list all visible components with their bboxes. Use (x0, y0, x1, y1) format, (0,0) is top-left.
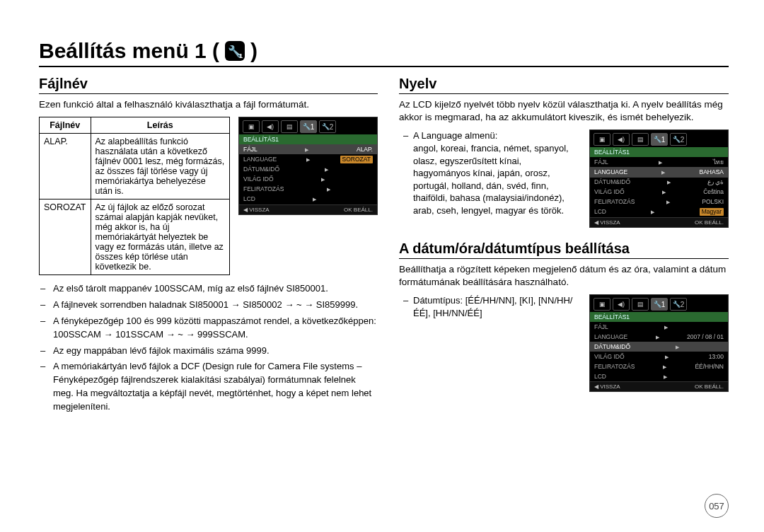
wrench-icon: ▤ (632, 133, 649, 146)
wrench-icon: ▤ (632, 298, 649, 311)
th-desc: Leírás (91, 117, 230, 134)
settings2-tab-icon: 🔧2 (319, 120, 336, 133)
section-filename: Fájlnév (39, 76, 378, 94)
language-intro: Az LCD kijelző nyelvét több nyelv közül … (399, 98, 729, 124)
lcd-back: ◀ VISSZA (594, 219, 620, 226)
lcd-header: BEÁLLÍTÁS1 (239, 134, 377, 144)
lcd-row: VILÁG IDŐ▶ (239, 174, 377, 184)
lcd-row: LANGUAGE▶SOROZAT (239, 154, 377, 164)
camera-icon: ▣ (594, 298, 610, 311)
lcd-row: DÁTUM&IDŐ▶ةي رع (590, 178, 728, 187)
title-text: Beállítás menü 1 ( (39, 39, 219, 63)
right-column: Nyelv Az LCD kijelző nyelvét több nyelv … (399, 73, 729, 417)
settings1-tab-icon: 🔧1 (651, 298, 668, 311)
list-item: Az egy mappában lévő fájlok maximális sz… (49, 345, 378, 358)
lcd-row: VILÁG IDŐ▶13:00 (590, 352, 728, 362)
page-title: Beállítás menü 1 ( 🔧1 ) (39, 39, 729, 67)
lcd-row: LANGUAGE▶BAHASA (590, 167, 728, 177)
lcd-row: LANGUAGE▶2007 / 08 / 01 (590, 332, 728, 342)
lcd-row: FÁJL▶ (590, 322, 728, 332)
lcd-back: ◀ VISSZA (594, 383, 620, 390)
lcd-row: DÁTUM&IDŐ▶ (590, 342, 728, 352)
settings2-tab-icon: 🔧2 (670, 298, 687, 311)
lcd-row: FELIRATOZÁS▶POLSKI (590, 197, 728, 207)
list-item: A fájlnevek sorrendben haladnak SI850001… (49, 299, 378, 312)
th-name: Fájlnév (40, 117, 91, 134)
lcd-tabs: ▣ ◀) ▤ 🔧1 🔧2 (590, 295, 728, 312)
wrench-icon: ▤ (281, 120, 298, 133)
table-row: ALAP. Az alapbeállítás funkció használat… (40, 134, 230, 200)
section-datetime: A dátum/óra/dátumtípus beállítása (399, 241, 729, 259)
lcd-ok: OK BEÁLL. (695, 383, 724, 390)
settings1-tab-icon: 🔧1 (300, 120, 317, 133)
lcd-row: LCD▶ (590, 371, 728, 381)
section-language: Nyelv (399, 76, 729, 94)
speaker-icon: ◀) (613, 298, 630, 311)
lcd-language: ▣ ◀) ▤ 🔧1 🔧2 BEÁLLÍTÁS1 FÁJL▶ไทย LANGUAG… (589, 129, 729, 227)
list-item: A memóriakártyán levő fájlok a DCF (Desi… (49, 360, 378, 413)
lcd-row: VILÁG IDŐ▶Čeština (590, 187, 728, 197)
lcd-filename: ▣ ◀) ▤ 🔧1 🔧2 BEÁLLÍTÁS1 FÁJL▶ALAP. LANGU… (238, 117, 378, 214)
lcd-row: FÁJL▶ALAP. (239, 144, 377, 154)
page-number: 057 (705, 494, 729, 518)
settings1-tab-icon: 🔧1 (651, 133, 668, 146)
speaker-icon: ◀) (613, 133, 630, 146)
filename-bullets: Az első tárolt mappanév 100SSCAM, míg az… (39, 282, 378, 414)
settings2-tab-icon: 🔧2 (670, 133, 687, 146)
speaker-icon: ◀) (262, 120, 279, 133)
lcd-datetime: ▣ ◀) ▤ 🔧1 🔧2 BEÁLLÍTÁS1 FÁJL▶ LANGUAGE▶2… (589, 294, 729, 392)
language-list: A Language almenü: angol, koreai, franci… (399, 129, 581, 216)
lcd-ok: OK BEÁLL. (344, 207, 373, 213)
settings1-icon: 🔧1 (225, 41, 245, 61)
lcd-tabs: ▣ ◀) ▤ 🔧1 🔧2 (590, 130, 728, 147)
table-row: SOROZAT Az új fájlok az előző sorozat sz… (40, 200, 230, 275)
submenu-head: A Language almenü: (413, 129, 581, 142)
camera-icon: ▣ (594, 133, 610, 146)
submenu-body: angol, koreai, francia, német, spanyol, … (413, 142, 581, 216)
list-item: A fényképezőgép 100 és 999 közötti mappa… (49, 315, 378, 342)
title-suffix: ) (250, 39, 257, 63)
lcd-tabs: ▣ ◀) ▤ 🔧1 🔧2 (239, 117, 377, 134)
lcd-header: BEÁLLÍTÁS1 (590, 312, 728, 322)
lcd-row: LCD▶Magyar (590, 207, 728, 217)
datetype-list: Dátumtípus: [ÉÉ/HH/NN], [KI], [NN/HH/ÉÉ]… (399, 294, 581, 319)
datetime-intro: Beállíthatja a rögzített képeken megjele… (399, 263, 729, 289)
lcd-row: FELIRATOZÁS▶ÉÉ/HH/NN (590, 362, 728, 371)
lcd-row: FELIRATOZÁS▶ (239, 184, 377, 194)
lcd-row: DÁTUM&IDŐ▶ (239, 164, 377, 174)
left-column: Fájlnév Ezen funkció által a felhasználó… (39, 73, 378, 417)
filename-intro: Ezen funkció által a felhasználó kiválas… (39, 98, 378, 111)
filename-table: Fájlnév Leírás ALAP. Az alapbeállítás fu… (39, 117, 230, 275)
datetype-bullet: Dátumtípus: [ÉÉ/HH/NN], [KI], [NN/HH/ÉÉ]… (413, 294, 581, 319)
lcd-row: FÁJL▶ไทย (590, 157, 728, 167)
list-item: Az első tárolt mappanév 100SSCAM, míg az… (49, 282, 378, 296)
lcd-row: LCD▶ (239, 194, 377, 204)
camera-icon: ▣ (243, 120, 260, 133)
lcd-header: BEÁLLÍTÁS1 (590, 147, 728, 157)
lcd-back: ◀ VISSZA (243, 207, 270, 213)
lcd-ok: OK BEÁLL. (695, 219, 724, 226)
